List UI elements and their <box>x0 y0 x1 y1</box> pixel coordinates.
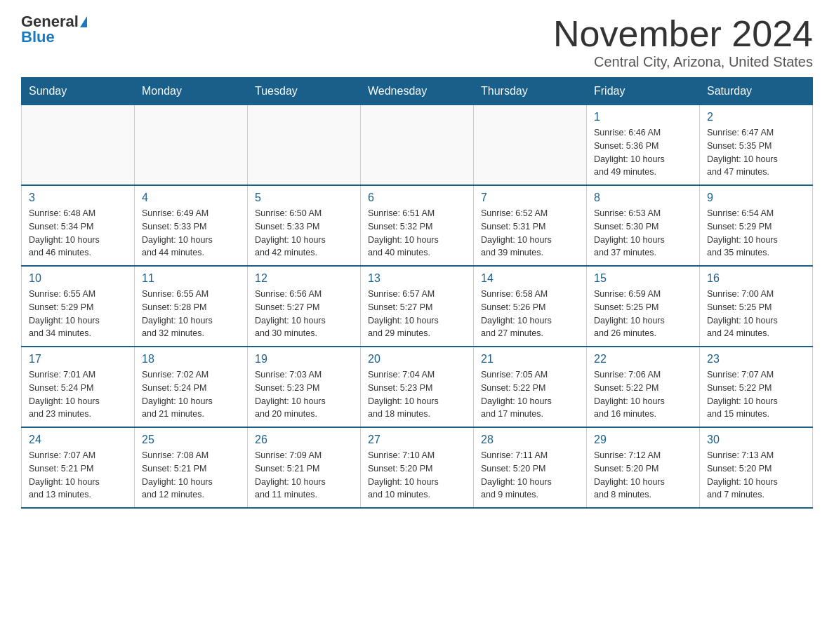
calendar-cell: 11Sunrise: 6:55 AM Sunset: 5:28 PM Dayli… <box>135 266 248 347</box>
calendar-cell: 14Sunrise: 6:58 AM Sunset: 5:26 PM Dayli… <box>474 266 587 347</box>
calendar-header-row: SundayMondayTuesdayWednesdayThursdayFrid… <box>22 78 813 105</box>
column-header-tuesday: Tuesday <box>248 78 361 105</box>
day-info: Sunrise: 7:00 AM Sunset: 5:25 PM Dayligh… <box>707 288 805 340</box>
day-number: 4 <box>142 192 240 204</box>
day-number: 13 <box>368 272 466 285</box>
day-number: 5 <box>255 192 353 204</box>
day-number: 17 <box>29 353 127 365</box>
day-number: 19 <box>255 353 353 365</box>
calendar-cell: 12Sunrise: 6:56 AM Sunset: 5:27 PM Dayli… <box>248 266 361 347</box>
day-info: Sunrise: 6:49 AM Sunset: 5:33 PM Dayligh… <box>142 207 240 260</box>
calendar-table: SundayMondayTuesdayWednesdayThursdayFrid… <box>21 77 813 509</box>
day-info: Sunrise: 6:54 AM Sunset: 5:29 PM Dayligh… <box>707 207 805 260</box>
logo-blue-text: Blue <box>21 29 55 45</box>
calendar-week-row: 24Sunrise: 7:07 AM Sunset: 5:21 PM Dayli… <box>22 427 813 508</box>
calendar-cell: 7Sunrise: 6:52 AM Sunset: 5:31 PM Daylig… <box>474 185 587 266</box>
calendar-cell: 10Sunrise: 6:55 AM Sunset: 5:29 PM Dayli… <box>22 266 135 347</box>
day-number: 14 <box>481 272 579 285</box>
calendar-cell: 17Sunrise: 7:01 AM Sunset: 5:24 PM Dayli… <box>22 347 135 427</box>
calendar-cell: 25Sunrise: 7:08 AM Sunset: 5:21 PM Dayli… <box>135 427 248 508</box>
day-info: Sunrise: 6:58 AM Sunset: 5:26 PM Dayligh… <box>481 288 579 340</box>
calendar-cell: 15Sunrise: 6:59 AM Sunset: 5:25 PM Dayli… <box>587 266 700 347</box>
calendar-cell: 22Sunrise: 7:06 AM Sunset: 5:22 PM Dayli… <box>587 347 700 427</box>
calendar-cell: 3Sunrise: 6:48 AM Sunset: 5:34 PM Daylig… <box>22 185 135 266</box>
day-info: Sunrise: 7:11 AM Sunset: 5:20 PM Dayligh… <box>481 449 579 502</box>
logo: General Blue <box>21 14 87 45</box>
day-info: Sunrise: 7:02 AM Sunset: 5:24 PM Dayligh… <box>142 368 240 421</box>
day-info: Sunrise: 6:52 AM Sunset: 5:31 PM Dayligh… <box>481 207 579 260</box>
calendar-cell: 8Sunrise: 6:53 AM Sunset: 5:30 PM Daylig… <box>587 185 700 266</box>
column-header-thursday: Thursday <box>474 78 587 105</box>
calendar-cell: 5Sunrise: 6:50 AM Sunset: 5:33 PM Daylig… <box>248 185 361 266</box>
day-info: Sunrise: 7:06 AM Sunset: 5:22 PM Dayligh… <box>594 368 692 421</box>
day-number: 7 <box>481 192 579 204</box>
day-number: 3 <box>29 192 127 204</box>
day-info: Sunrise: 7:13 AM Sunset: 5:20 PM Dayligh… <box>707 449 805 502</box>
day-info: Sunrise: 7:10 AM Sunset: 5:20 PM Dayligh… <box>368 449 466 502</box>
day-number: 27 <box>368 434 466 446</box>
calendar-cell: 16Sunrise: 7:00 AM Sunset: 5:25 PM Dayli… <box>700 266 813 347</box>
day-number: 8 <box>594 192 692 204</box>
day-number: 28 <box>481 434 579 446</box>
day-number: 18 <box>142 353 240 365</box>
day-number: 1 <box>594 111 692 123</box>
day-number: 22 <box>594 353 692 365</box>
day-number: 10 <box>29 272 127 285</box>
day-info: Sunrise: 7:12 AM Sunset: 5:20 PM Dayligh… <box>594 449 692 502</box>
day-info: Sunrise: 7:05 AM Sunset: 5:22 PM Dayligh… <box>481 368 579 421</box>
day-info: Sunrise: 6:48 AM Sunset: 5:34 PM Dayligh… <box>29 207 127 260</box>
day-number: 30 <box>707 434 805 446</box>
day-info: Sunrise: 6:55 AM Sunset: 5:29 PM Dayligh… <box>29 288 127 340</box>
calendar-cell: 21Sunrise: 7:05 AM Sunset: 5:22 PM Dayli… <box>474 347 587 427</box>
calendar-cell: 24Sunrise: 7:07 AM Sunset: 5:21 PM Dayli… <box>22 427 135 508</box>
day-number: 20 <box>368 353 466 365</box>
day-info: Sunrise: 7:03 AM Sunset: 5:23 PM Dayligh… <box>255 368 353 421</box>
calendar-week-row: 1Sunrise: 6:46 AM Sunset: 5:36 PM Daylig… <box>22 105 813 186</box>
calendar-title: November 2024 <box>553 14 813 54</box>
day-info: Sunrise: 7:01 AM Sunset: 5:24 PM Dayligh… <box>29 368 127 421</box>
calendar-cell: 9Sunrise: 6:54 AM Sunset: 5:29 PM Daylig… <box>700 185 813 266</box>
day-info: Sunrise: 6:57 AM Sunset: 5:27 PM Dayligh… <box>368 288 466 340</box>
day-info: Sunrise: 6:53 AM Sunset: 5:30 PM Dayligh… <box>594 207 692 260</box>
calendar-cell <box>248 105 361 186</box>
day-info: Sunrise: 7:07 AM Sunset: 5:22 PM Dayligh… <box>707 368 805 421</box>
day-number: 23 <box>707 353 805 365</box>
logo-general-text: General <box>21 14 79 29</box>
calendar-cell: 27Sunrise: 7:10 AM Sunset: 5:20 PM Dayli… <box>361 427 474 508</box>
day-number: 15 <box>594 272 692 285</box>
calendar-cell: 29Sunrise: 7:12 AM Sunset: 5:20 PM Dayli… <box>587 427 700 508</box>
calendar-cell: 23Sunrise: 7:07 AM Sunset: 5:22 PM Dayli… <box>700 347 813 427</box>
day-info: Sunrise: 7:07 AM Sunset: 5:21 PM Dayligh… <box>29 449 127 502</box>
day-number: 24 <box>29 434 127 446</box>
calendar-cell: 19Sunrise: 7:03 AM Sunset: 5:23 PM Dayli… <box>248 347 361 427</box>
day-info: Sunrise: 6:51 AM Sunset: 5:32 PM Dayligh… <box>368 207 466 260</box>
day-number: 9 <box>707 192 805 204</box>
day-info: Sunrise: 7:09 AM Sunset: 5:21 PM Dayligh… <box>255 449 353 502</box>
day-number: 16 <box>707 272 805 285</box>
calendar-cell <box>22 105 135 186</box>
calendar-cell: 30Sunrise: 7:13 AM Sunset: 5:20 PM Dayli… <box>700 427 813 508</box>
day-number: 6 <box>368 192 466 204</box>
day-number: 21 <box>481 353 579 365</box>
column-header-wednesday: Wednesday <box>361 78 474 105</box>
calendar-cell: 18Sunrise: 7:02 AM Sunset: 5:24 PM Dayli… <box>135 347 248 427</box>
day-info: Sunrise: 6:59 AM Sunset: 5:25 PM Dayligh… <box>594 288 692 340</box>
calendar-cell <box>135 105 248 186</box>
day-number: 26 <box>255 434 353 446</box>
day-number: 2 <box>707 111 805 123</box>
day-info: Sunrise: 7:04 AM Sunset: 5:23 PM Dayligh… <box>368 368 466 421</box>
day-info: Sunrise: 6:46 AM Sunset: 5:36 PM Dayligh… <box>594 126 692 179</box>
day-info: Sunrise: 6:47 AM Sunset: 5:35 PM Dayligh… <box>707 126 805 179</box>
page-header: General Blue November 2024 Central City,… <box>21 14 813 70</box>
day-info: Sunrise: 6:56 AM Sunset: 5:27 PM Dayligh… <box>255 288 353 340</box>
calendar-cell: 20Sunrise: 7:04 AM Sunset: 5:23 PM Dayli… <box>361 347 474 427</box>
column-header-saturday: Saturday <box>700 78 813 105</box>
calendar-cell: 1Sunrise: 6:46 AM Sunset: 5:36 PM Daylig… <box>587 105 700 186</box>
calendar-subtitle: Central City, Arizona, United States <box>553 54 813 70</box>
calendar-cell: 2Sunrise: 6:47 AM Sunset: 5:35 PM Daylig… <box>700 105 813 186</box>
logo-triangle-icon <box>80 16 87 27</box>
column-header-monday: Monday <box>135 78 248 105</box>
calendar-week-row: 3Sunrise: 6:48 AM Sunset: 5:34 PM Daylig… <box>22 185 813 266</box>
day-info: Sunrise: 6:50 AM Sunset: 5:33 PM Dayligh… <box>255 207 353 260</box>
title-block: November 2024 Central City, Arizona, Uni… <box>553 14 813 70</box>
